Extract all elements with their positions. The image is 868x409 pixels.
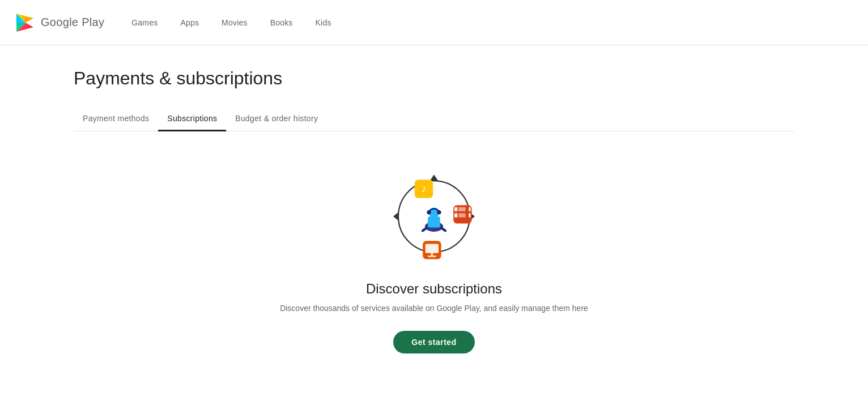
svg-rect-15 <box>458 214 466 218</box>
page-title: Payments & subscriptions <box>74 68 794 89</box>
nav-item-movies[interactable]: Movies <box>212 18 257 28</box>
nav-links: Games Apps Movies Books Kids <box>122 18 340 28</box>
nav-item-books[interactable]: Books <box>261 18 302 28</box>
svg-point-8 <box>437 210 441 214</box>
svg-rect-12 <box>454 207 457 211</box>
google-play-logo[interactable]: Google Play <box>14 11 104 34</box>
tab-subscriptions[interactable]: Subscriptions <box>158 107 226 131</box>
svg-rect-16 <box>469 207 471 211</box>
nav-link-books[interactable]: Books <box>261 14 302 32</box>
header: Google Play Games Apps Movies Books Kids <box>0 0 868 45</box>
page-content: Payments & subscriptions Payment methods… <box>0 45 868 376</box>
svg-text:♪: ♪ <box>422 183 427 194</box>
svg-rect-14 <box>454 214 457 218</box>
nav-link-kids[interactable]: Kids <box>307 14 341 32</box>
nav-link-movies[interactable]: Movies <box>212 14 257 32</box>
discover-title: Discover subscriptions <box>366 281 502 297</box>
svg-marker-2 <box>393 212 398 220</box>
subscriptions-illustration: ♪ <box>383 165 485 267</box>
svg-rect-21 <box>428 255 436 257</box>
discover-description: Discover thousands of services available… <box>280 304 588 313</box>
main-nav: Games Apps Movies Books Kids <box>122 18 340 28</box>
tabs-bar: Payment methods Subscriptions Budget & o… <box>74 107 794 131</box>
svg-rect-19 <box>426 244 439 253</box>
nav-item-kids[interactable]: Kids <box>307 18 341 28</box>
nav-item-games[interactable]: Games <box>122 18 167 28</box>
svg-marker-3 <box>430 174 438 181</box>
subscriptions-empty-state: ♪ Discover subscriptions Discover thousa… <box>74 131 794 353</box>
nav-link-apps[interactable]: Apps <box>171 14 208 32</box>
svg-point-7 <box>427 210 431 214</box>
svg-rect-17 <box>469 214 471 218</box>
svg-rect-13 <box>458 207 466 211</box>
tab-payment-methods[interactable]: Payment methods <box>74 107 158 131</box>
get-started-button[interactable]: Get started <box>393 331 474 353</box>
play-triangle-icon <box>14 11 36 34</box>
nav-link-games[interactable]: Games <box>122 14 167 32</box>
tab-budget-order-history[interactable]: Budget & order history <box>226 107 327 131</box>
nav-item-apps[interactable]: Apps <box>171 18 208 28</box>
svg-rect-5 <box>428 216 440 228</box>
logo-text: Google Play <box>41 16 104 29</box>
